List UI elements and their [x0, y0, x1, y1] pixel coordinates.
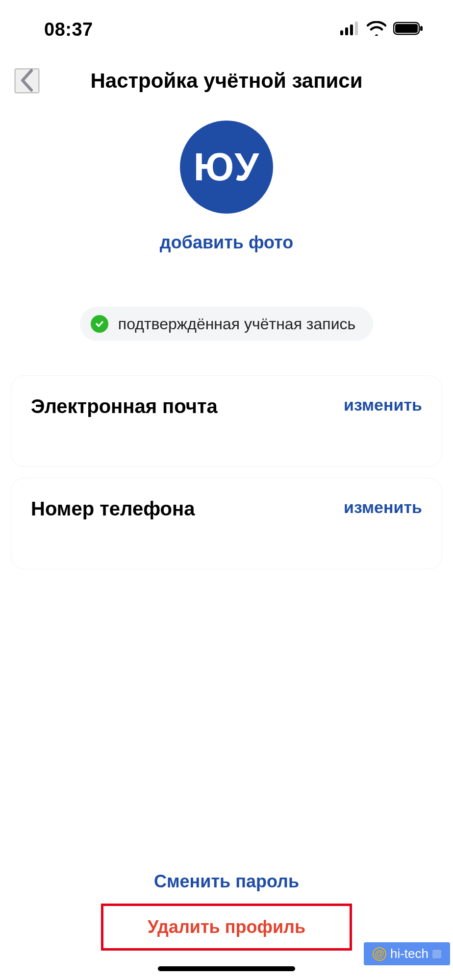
phone-title: Номер телефона	[31, 498, 195, 520]
svg-rect-3	[355, 22, 358, 35]
check-circle-icon	[91, 315, 108, 333]
email-card: Электронная почта изменить	[11, 375, 442, 467]
verified-badge: подтверждённая учётная запись	[80, 307, 373, 341]
watermark: @ hi-tech	[364, 942, 450, 965]
email-change-button[interactable]: изменить	[344, 395, 422, 415]
phone-card: Номер телефона изменить	[11, 478, 442, 569]
status-indicators	[340, 21, 424, 38]
watermark-square-icon	[432, 950, 441, 958]
add-photo-button[interactable]: добавить фото	[160, 232, 293, 253]
verified-label: подтверждённая учётная запись	[118, 315, 355, 333]
wifi-icon	[367, 21, 386, 38]
svg-rect-1	[345, 27, 348, 35]
watermark-text: hi-tech	[390, 946, 428, 961]
avatar-initials: ЮУ	[194, 145, 259, 190]
avatar[interactable]: ЮУ	[180, 121, 273, 214]
chevron-left-icon	[20, 69, 34, 94]
nav-header: Настройка учётной записи	[0, 59, 453, 103]
svg-rect-5	[395, 24, 418, 33]
page-title: Настройка учётной записи	[0, 69, 453, 93]
phone-change-button[interactable]: изменить	[344, 498, 422, 517]
svg-rect-0	[340, 30, 343, 35]
svg-rect-2	[350, 24, 353, 35]
change-password-button[interactable]: Сменить пароль	[154, 871, 299, 892]
svg-rect-6	[420, 26, 423, 31]
at-icon: @	[373, 947, 386, 961]
cellular-icon	[340, 22, 360, 37]
avatar-block: ЮУ добавить фото	[0, 121, 453, 253]
status-time: 08:37	[44, 19, 93, 40]
email-title: Электронная почта	[31, 395, 218, 417]
delete-profile-button[interactable]: Удалить профиль	[148, 917, 305, 937]
back-button[interactable]	[15, 69, 39, 93]
delete-profile-highlight: Удалить профиль	[101, 904, 352, 951]
home-indicator	[158, 966, 295, 971]
battery-icon	[393, 21, 424, 38]
settings-cards: Электронная почта изменить Номер телефон…	[0, 375, 453, 569]
status-bar: 08:37	[0, 0, 453, 59]
